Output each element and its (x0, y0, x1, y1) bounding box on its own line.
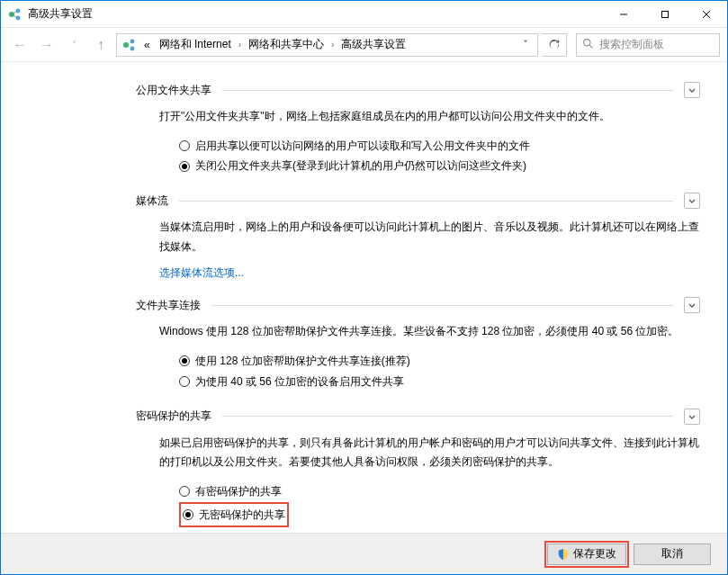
button-label: 取消 (661, 546, 683, 562)
radio-public-off[interactable]: 关闭公用文件夹共享(登录到此计算机的用户仍然可以访问这些文件夹) (179, 156, 700, 176)
section-title: 公用文件夹共享 (136, 83, 211, 98)
window-controls (603, 1, 727, 27)
svg-rect-6 (662, 11, 669, 17)
refresh-button[interactable] (542, 33, 567, 57)
cancel-button[interactable]: 取消 (634, 544, 711, 565)
recent-dropdown[interactable]: ˅ (62, 33, 85, 57)
section-password: 密码保护的共享 如果已启用密码保护的共享，则只有具备此计算机的用户帐户和密码的用… (136, 409, 700, 528)
divider (211, 305, 673, 306)
section-desc: 打开"公用文件夹共享"时，网络上包括家庭组成员在内的用户都可以访问公用文件夹中的… (159, 107, 700, 127)
divider (222, 90, 673, 91)
search-placeholder: 搜索控制面板 (599, 37, 664, 52)
section-desc: Windows 使用 128 位加密帮助保护文件共享连接。某些设备不支持 128… (159, 322, 700, 342)
breadcrumb-item-2[interactable]: 高级共享设置 (337, 37, 409, 52)
section-public-folder: 公用文件夹共享 打开"公用文件夹共享"时，网络上包括家庭组成员在内的用户都可以访… (136, 82, 700, 176)
close-button[interactable] (686, 1, 727, 27)
section-file-conn: 文件共享连接 Windows 使用 128 位加密帮助保护文件共享连接。某些设备… (136, 297, 700, 391)
radio-icon (179, 161, 190, 172)
nav-bar: ← → ˅ ↑ « 网络和 Internet › 网络和共享中心 › 高级共享设… (1, 28, 727, 62)
main-content: 公用文件夹共享 打开"公用文件夹共享"时，网络上包括家庭组成员在内的用户都可以访… (1, 62, 727, 533)
minimize-button[interactable] (603, 1, 644, 27)
forward-button[interactable]: → (35, 33, 58, 57)
svg-point-0 (9, 12, 14, 17)
breadcrumb-item-0[interactable]: 网络和 Internet (156, 37, 235, 52)
radio-icon (179, 355, 190, 366)
radio-pw-off[interactable]: 无密码保护的共享 (179, 502, 289, 528)
search-input[interactable]: 搜索控制面板 (576, 33, 720, 57)
back-button[interactable]: ← (8, 33, 31, 57)
search-icon (582, 38, 594, 52)
radio-40-56bit[interactable]: 为使用 40 或 56 位加密的设备启用文件共享 (179, 372, 700, 392)
radio-128bit[interactable]: 使用 128 位加密帮助保护文件共享连接(推荐) (179, 351, 700, 372)
window-title: 高级共享设置 (28, 6, 603, 22)
divider (179, 201, 673, 202)
app-icon (8, 7, 22, 22)
titlebar: 高级共享设置 (1, 1, 727, 28)
collapse-button[interactable] (684, 82, 700, 98)
radio-label: 有密码保护的共享 (195, 481, 282, 502)
media-options-link[interactable]: 选择媒体流选项... (159, 265, 700, 281)
radio-icon (179, 140, 190, 151)
svg-point-10 (130, 39, 135, 43)
up-button[interactable]: ↑ (89, 33, 112, 57)
radio-label: 无密码保护的共享 (199, 505, 285, 526)
svg-point-1 (16, 8, 21, 13)
radio-icon (179, 376, 190, 387)
radio-pw-on[interactable]: 有密码保护的共享 (179, 481, 700, 502)
svg-point-12 (584, 39, 590, 45)
svg-line-4 (13, 15, 16, 17)
radio-label: 使用 128 位加密帮助保护文件共享连接(推荐) (195, 351, 410, 372)
button-label: 保存更改 (573, 546, 616, 562)
svg-line-13 (589, 45, 592, 48)
breadcrumb-dropdown[interactable]: ˅ (517, 39, 534, 51)
save-button[interactable]: 保存更改 (547, 544, 626, 565)
section-title: 文件共享连接 (136, 298, 201, 313)
radio-label: 启用共享以便可以访问网络的用户可以读取和写入公用文件夹中的文件 (195, 136, 530, 157)
shield-icon (557, 548, 570, 561)
radio-label: 为使用 40 或 56 位加密的设备启用文件共享 (195, 372, 404, 392)
radio-icon (179, 486, 190, 497)
breadcrumb-icon (122, 38, 137, 52)
collapse-button[interactable] (684, 193, 700, 209)
svg-point-2 (16, 15, 21, 20)
section-title: 媒体流 (136, 193, 168, 209)
footer: 保存更改 取消 (1, 533, 727, 574)
svg-point-9 (123, 42, 129, 48)
radio-label: 关闭公用文件夹共享(登录到此计算机的用户仍然可以访问这些文件夹) (195, 156, 526, 176)
svg-point-11 (130, 46, 135, 50)
section-media: 媒体流 当媒体流启用时，网络上的用户和设备便可以访问此计算机上的图片、音乐以及视… (136, 193, 700, 281)
collapse-button[interactable] (684, 297, 700, 313)
chevron-right-icon: › (237, 40, 243, 49)
breadcrumb-prefix[interactable]: « (140, 39, 154, 51)
breadcrumb-item-1[interactable]: 网络和共享中心 (245, 37, 328, 52)
divider (222, 416, 673, 417)
section-desc: 如果已启用密码保护的共享，则只有具备此计算机的用户帐户和密码的用户才可以访问共享… (159, 434, 700, 472)
maximize-button[interactable] (644, 1, 686, 27)
chevron-right-icon: › (329, 40, 336, 49)
section-title: 密码保护的共享 (136, 409, 211, 424)
radio-public-on[interactable]: 启用共享以便可以访问网络的用户可以读取和写入公用文件夹中的文件 (179, 136, 700, 157)
breadcrumb[interactable]: « 网络和 Internet › 网络和共享中心 › 高级共享设置 ˅ (116, 33, 538, 57)
section-desc: 当媒体流启用时，网络上的用户和设备便可以访问此计算机上的图片、音乐以及视频。此计… (159, 218, 700, 256)
svg-line-3 (13, 12, 16, 13)
collapse-button[interactable] (684, 409, 700, 425)
radio-icon (183, 509, 193, 520)
